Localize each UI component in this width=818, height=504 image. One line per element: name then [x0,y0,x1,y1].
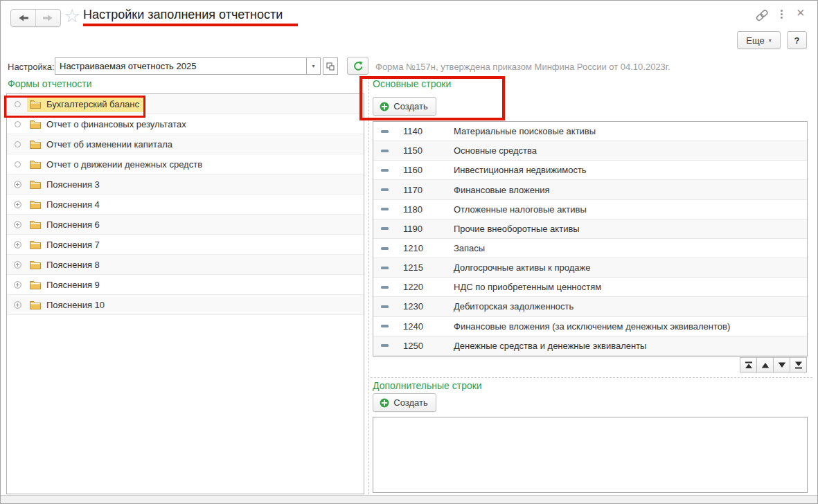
tree-item[interactable]: Бухгалтерский баланс [7,94,364,114]
setting-combo: ▾ [55,57,338,75]
row-move-buttons [740,357,807,372]
vertical-splitter[interactable] [368,78,369,494]
table-row[interactable]: 1190 Прочие внеоборотные активы [373,219,807,239]
row-code: 1170 [403,185,446,195]
folder-icon [30,100,41,109]
folder-icon [30,200,41,209]
table-row[interactable]: 1150 Основные средства [373,141,807,161]
tree-item[interactable]: Отчет о финансовых результатах [7,114,364,134]
more-menu-icon[interactable] [781,10,783,19]
expander-plus-icon[interactable] [13,201,22,208]
row-name: Дебиторская задолженность [454,301,574,312]
move-bottom-button[interactable] [790,357,807,372]
row-name: Запасы [454,243,485,253]
table-row[interactable]: 1160 Инвестиционная недвижимость [373,161,807,180]
tree-item[interactable]: Пояснения 7 [7,235,364,255]
link-icon[interactable] [754,8,770,25]
move-up-button[interactable] [756,357,774,372]
move-top-icon [745,361,753,369]
tree-item[interactable]: Пояснения 6 [7,215,364,235]
row-code: 1180 [403,204,446,215]
setting-label: Настройка: [8,62,55,72]
forms-panel-header: Формы отчетности [8,78,91,89]
tree-item-label: Бухгалтерский баланс [46,99,139,109]
row-dash-icon [381,188,389,191]
refresh-icon [353,61,363,71]
setting-input[interactable] [55,57,307,75]
favorite-star-icon[interactable]: ☆ [64,6,80,26]
tree-item[interactable]: Пояснения 4 [7,195,364,215]
row-code: 1140 [403,126,446,136]
additional-rows-header: Дополнительные строки [373,380,482,391]
page-title: Настройки заполнения отчетности [83,8,283,22]
help-button[interactable]: ? [787,31,807,49]
expander-plus-icon[interactable] [13,221,22,228]
more-button[interactable]: Еще ▾ [737,31,781,49]
back-arrow-icon [18,15,28,21]
forms-list: Бухгалтерский баланс Отчет о финансовых … [6,93,364,494]
create-button-label: Создать [393,101,427,111]
setting-open-button[interactable] [323,57,338,75]
expander-plus-icon[interactable] [13,281,22,289]
table-row[interactable]: 1140 Материальные поисковые активы [373,122,807,141]
additional-rows-list[interactable] [373,417,808,493]
expander-circle-icon[interactable] [13,141,22,147]
create-additional-row-button[interactable]: Создать [373,393,436,412]
table-row[interactable]: 1250 Денежные средства и денежные эквива… [373,336,807,356]
horizontal-splitter[interactable] [371,377,812,378]
table-row[interactable]: 1170 Финансовые вложения [373,180,807,199]
row-name: Материальные поисковые активы [454,126,596,136]
row-name: Основные средства [454,145,537,156]
tree-item[interactable]: Отчет о движении денежных средств [7,154,364,174]
tree-item[interactable]: Пояснения 8 [7,255,364,275]
window-bottom-edge [1,495,817,503]
row-name: Финансовые вложения (за исключением дене… [454,321,730,332]
setting-dropdown-button[interactable]: ▾ [306,57,321,75]
expander-plus-icon[interactable] [13,301,22,309]
tree-item[interactable]: Пояснения 10 [7,295,364,315]
table-row[interactable]: 1215 Долгосрочные активы к продаже [373,258,807,278]
folder-icon [30,280,41,289]
chevron-down-icon: ▾ [769,37,772,44]
row-name: НДС по приобретенным ценностям [454,282,601,292]
row-name: Инвестиционная недвижимость [454,165,587,175]
move-top-button[interactable] [740,357,757,372]
table-row[interactable]: 1240 Финансовые вложения (за исключением… [373,317,807,336]
tree-item-label: Отчет о финансовых результатах [46,119,186,129]
tree-item-label: Пояснения 9 [46,280,100,290]
expander-plus-icon[interactable] [13,261,22,269]
table-row[interactable]: 1210 Запасы [373,239,807,258]
move-down-button[interactable] [773,357,790,372]
row-name: Прочие внеоборотные активы [454,224,580,234]
expander-plus-icon[interactable] [13,241,22,249]
expander-circle-icon[interactable] [13,121,22,127]
row-dash-icon [381,344,389,347]
row-code: 1220 [403,282,446,292]
expander-circle-icon[interactable] [13,101,22,107]
refresh-button[interactable] [347,57,368,75]
move-up-icon [761,361,770,369]
nav-button-group [10,9,61,27]
tree-item[interactable]: Пояснения 9 [7,275,364,295]
create-main-row-button[interactable]: Создать [373,97,436,116]
table-row[interactable]: 1220 НДС по приобретенным ценностям [373,278,807,297]
close-icon[interactable]: × [797,5,805,21]
tree-item-label: Пояснения 4 [46,199,100,210]
open-form-icon [326,62,335,71]
expander-plus-icon[interactable] [13,181,22,188]
table-row[interactable]: 1180 Отложенные налоговые активы [373,200,807,219]
folder-icon [30,140,41,149]
row-code: 1215 [403,262,446,273]
folder-icon [30,240,41,249]
back-button[interactable] [11,10,35,26]
tree-item[interactable]: Отчет об изменении капитала [7,134,364,154]
tree-item-label: Отчет о движении денежных средств [46,159,202,170]
row-dash-icon [381,247,389,250]
tree-item[interactable]: Пояснения 3 [7,174,364,195]
row-dash-icon [381,305,389,308]
table-row[interactable]: 1230 Дебиторская задолженность [373,297,807,316]
expander-circle-icon[interactable] [13,161,22,168]
annotation-title-underline [83,24,298,26]
forward-button[interactable] [35,10,60,26]
row-name: Финансовые вложения [454,185,550,195]
